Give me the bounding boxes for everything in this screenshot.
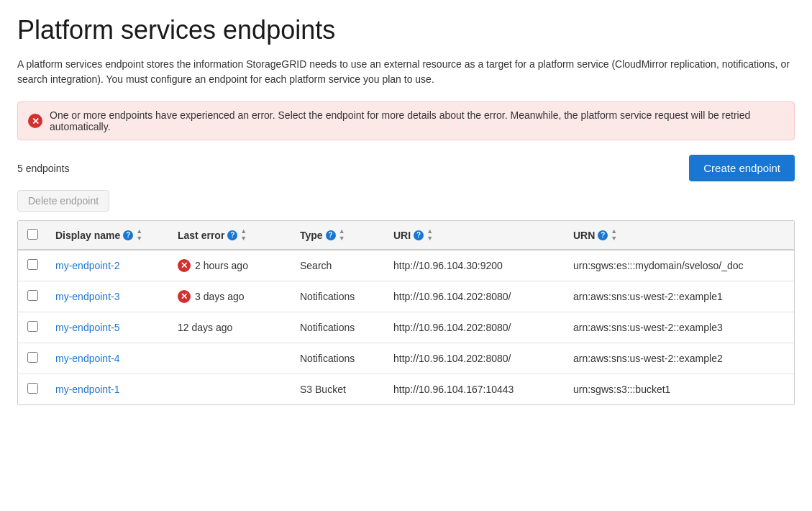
row-type: Notifications <box>291 281 385 312</box>
endpoint-name-link[interactable]: my-endpoint-3 <box>55 291 120 302</box>
header-checkbox-cell <box>18 221 47 250</box>
last-error-text: 12 days ago <box>178 322 232 333</box>
row-last-error: ✕3 days ago <box>169 281 291 312</box>
row-last-error: ✕2 hours ago <box>169 250 291 281</box>
select-all-checkbox[interactable] <box>27 229 38 240</box>
error-alert: ✕ One or more endpoints have experienced… <box>17 101 795 140</box>
table-row: my-endpoint-4Notificationshttp://10.96.1… <box>18 343 794 374</box>
row-uri: http://10.96.104.202:8080/ <box>385 281 565 312</box>
display-name-sort[interactable]: ▲ ▼ <box>136 228 142 242</box>
row-type: S3 Bucket <box>291 374 385 405</box>
row-type: Search <box>291 250 385 281</box>
endpoint-name-link[interactable]: my-endpoint-4 <box>55 353 120 364</box>
alert-error-text: One or more endpoints have experienced a… <box>50 109 784 132</box>
page-description: A platform services endpoint stores the … <box>17 57 794 87</box>
row-checkbox-cell <box>18 250 47 281</box>
type-help-icon[interactable]: ? <box>326 230 336 240</box>
urn-help-icon[interactable]: ? <box>598 230 608 240</box>
page-title: Platform services endpoints <box>17 14 795 45</box>
row-1-checkbox[interactable] <box>27 290 38 301</box>
last-error-text: 3 days ago <box>195 291 245 302</box>
row-last-error: 12 days ago <box>169 312 291 343</box>
error-indicator-icon: ✕ <box>178 259 191 272</box>
header-display-name-label: Display name <box>55 230 120 241</box>
table-row: my-endpoint-512 days agoNotificationshtt… <box>18 312 794 343</box>
table-header-row: Display name ? ▲ ▼ Last error ? ▲ <box>18 221 794 250</box>
row-urn: urn:sgws:s3:::bucket1 <box>565 374 794 405</box>
row-uri: http://10.96.104.30:9200 <box>385 250 565 281</box>
row-checkbox-cell <box>18 312 47 343</box>
row-name: my-endpoint-1 <box>47 374 169 405</box>
header-uri-label: URI <box>393 230 411 241</box>
row-name: my-endpoint-5 <box>47 312 169 343</box>
row-type: Notifications <box>291 343 385 374</box>
toolbar: 5 endpoints Create endpoint <box>17 155 795 181</box>
row-name: my-endpoint-2 <box>47 250 169 281</box>
row-type: Notifications <box>291 312 385 343</box>
uri-help-icon[interactable]: ? <box>414 230 424 240</box>
header-urn: URN ? ▲ ▼ <box>565 221 794 250</box>
row-last-error <box>169 374 291 405</box>
last-error-text: 2 hours ago <box>195 260 248 271</box>
delete-endpoint-button[interactable]: Delete endpoint <box>17 190 109 212</box>
row-name: my-endpoint-4 <box>47 343 169 374</box>
urn-sort[interactable]: ▲ ▼ <box>611 228 617 242</box>
display-name-help-icon[interactable]: ? <box>123 230 133 240</box>
row-urn: arn:aws:sns:us-west-2::example2 <box>565 343 794 374</box>
row-urn: arn:aws:sns:us-west-2::example3 <box>565 312 794 343</box>
uri-sort[interactable]: ▲ ▼ <box>426 228 433 242</box>
row-uri: http://10.96.104.202:8080/ <box>385 343 565 374</box>
error-indicator-icon: ✕ <box>178 290 191 303</box>
row-checkbox-cell <box>18 281 47 312</box>
last-error-sort[interactable]: ▲ ▼ <box>240 228 247 242</box>
table-row: my-endpoint-1S3 Buckethttp://10.96.104.1… <box>18 374 794 405</box>
row-uri: http://10.96.104.202:8080/ <box>385 312 565 343</box>
table-row: my-endpoint-2✕2 hours agoSearchhttp://10… <box>18 250 794 281</box>
type-sort[interactable]: ▲ ▼ <box>339 228 345 242</box>
create-endpoint-button[interactable]: Create endpoint <box>689 155 795 181</box>
row-0-checkbox[interactable] <box>27 259 38 270</box>
delete-endpoint-row: Delete endpoint <box>17 190 795 220</box>
row-urn: urn:sgws:es:::mydomain/sveloso/_doc <box>565 250 794 281</box>
endpoints-table: Display name ? ▲ ▼ Last error ? ▲ <box>18 221 794 404</box>
endpoint-name-link[interactable]: my-endpoint-2 <box>55 260 120 271</box>
header-type: Type ? ▲ ▼ <box>291 221 385 250</box>
endpoints-count: 5 endpoints <box>17 163 69 174</box>
table-row: my-endpoint-3✕3 days agoNotificationshtt… <box>18 281 794 312</box>
row-4-checkbox[interactable] <box>27 383 38 394</box>
header-last-error: Last error ? ▲ ▼ <box>169 221 291 250</box>
row-uri: http://10.96.104.167:10443 <box>385 374 565 405</box>
endpoint-name-link[interactable]: my-endpoint-5 <box>55 322 120 333</box>
endpoint-name-link[interactable]: my-endpoint-1 <box>55 384 120 395</box>
endpoints-table-container: Display name ? ▲ ▼ Last error ? ▲ <box>17 220 795 405</box>
header-display-name: Display name ? ▲ ▼ <box>47 221 169 250</box>
header-last-error-label: Last error <box>178 230 224 241</box>
last-error-help-icon[interactable]: ? <box>227 230 237 240</box>
header-urn-label: URN <box>573 230 595 241</box>
row-name: my-endpoint-3 <box>47 281 169 312</box>
row-2-checkbox[interactable] <box>27 321 38 332</box>
row-urn: arn:aws:sns:us-west-2::example1 <box>565 281 794 312</box>
row-last-error <box>169 343 291 374</box>
row-3-checkbox[interactable] <box>27 352 38 363</box>
alert-error-icon: ✕ <box>28 114 42 128</box>
header-type-label: Type <box>300 230 323 241</box>
header-uri: URI ? ▲ ▼ <box>385 221 565 250</box>
row-checkbox-cell <box>18 374 47 405</box>
row-checkbox-cell <box>18 343 47 374</box>
